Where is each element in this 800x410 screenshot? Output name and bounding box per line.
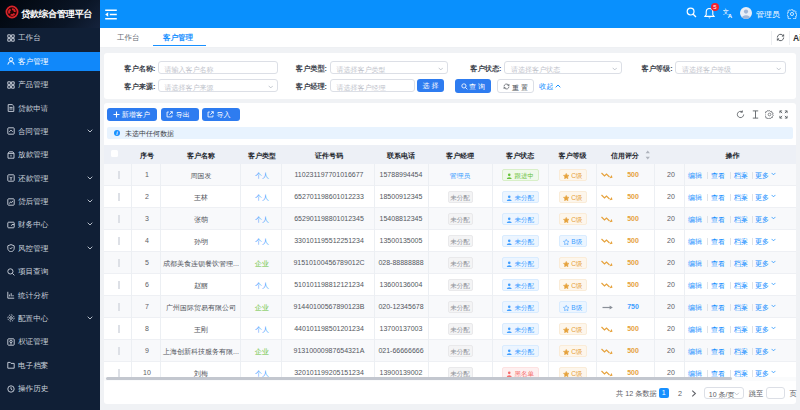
svg-text:A: A [728,13,733,18]
